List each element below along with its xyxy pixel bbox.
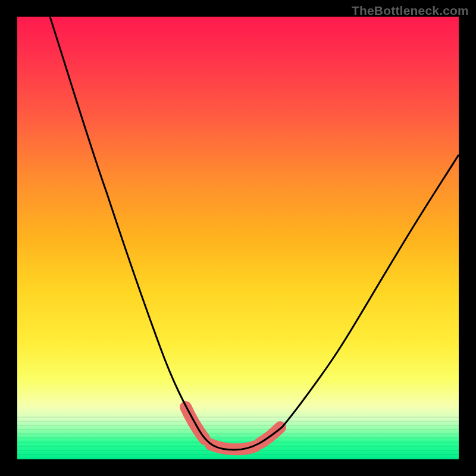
chart-frame bbox=[17, 17, 459, 459]
watermark-text: TheBottleneck.com bbox=[352, 4, 469, 18]
bottleneck-curve bbox=[50, 17, 459, 450]
bottleneck-curve-svg bbox=[17, 17, 459, 459]
